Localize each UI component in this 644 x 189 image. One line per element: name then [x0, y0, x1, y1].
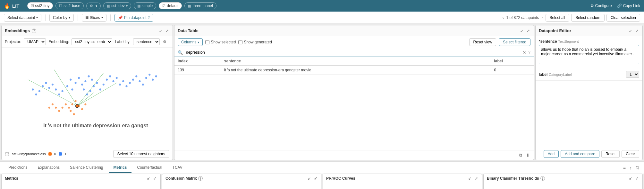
binary-classifier-panel-header: Binary Classifier Thresholds ? ↙ ⤢ [484, 174, 642, 183]
svg-point-22 [109, 75, 111, 77]
confusion-matrix-expand-icon[interactable]: ⤢ [313, 176, 318, 181]
add-compare-button[interactable]: Add and compare [561, 150, 599, 158]
table-row[interactable]: 139 it 's not the ultimate depression-er… [174, 66, 534, 75]
col-header-label[interactable]: label [491, 57, 534, 66]
svg-point-17 [93, 85, 95, 87]
svg-point-30 [135, 75, 137, 77]
nav-tab-sst2-tiny[interactable]: ☑ sst2-tiny [27, 2, 53, 9]
nav-tab-sst2-base[interactable]: ☐ sst2-base [55, 2, 84, 9]
svg-point-14 [83, 88, 85, 90]
binary-classifier-expand-icon[interactable]: ⤢ [635, 176, 639, 181]
nav-tab-sst-dev[interactable]: ▦ sst_dev ▾ [103, 2, 131, 9]
table-copy-icon[interactable]: ⧉ [518, 152, 523, 158]
embeddings-settings-icon[interactable]: ⚙ [162, 39, 167, 45]
select-neighbors-button[interactable]: Select 10 nearest neighbors [113, 150, 169, 158]
embedding-select[interactable]: sst2-tiny:cls_emb [72, 38, 112, 45]
svg-point-18 [96, 82, 98, 84]
pr-roc-minimize-icon[interactable]: ↙ [468, 176, 472, 181]
add-button[interactable]: Add [544, 150, 559, 158]
pr-roc-expand-icon[interactable]: ⤢ [474, 176, 479, 181]
toolbar-right: ‹ 1 of 872 datapoints › Select all Selec… [502, 14, 640, 22]
metrics-title: Metrics [5, 176, 18, 181]
col-header-index[interactable]: index [174, 57, 221, 66]
bottom-settings-icon[interactable]: ⇅ [635, 165, 640, 171]
col-header-sentence[interactable]: sentence [221, 57, 491, 66]
tab-counterfactual[interactable]: Counterfactual [133, 163, 167, 173]
search-input[interactable] [185, 50, 522, 55]
editor-expand-icon[interactable]: ⤢ [635, 28, 639, 34]
show-generated-checkbox[interactable] [238, 40, 242, 44]
tab-tcav[interactable]: TCAV [168, 163, 187, 173]
chevron-down-icon-4: ▾ [69, 16, 70, 19]
metrics-minimize-icon[interactable]: ↙ [146, 176, 151, 181]
select-random-button[interactable]: Select random [571, 14, 604, 22]
nav-tab-sst2-tiny-label: sst2-tiny [35, 4, 50, 8]
slices-button[interactable]: ▦ Slices ▾ [82, 14, 106, 22]
show-selected-checkbox[interactable] [205, 40, 209, 44]
tab-explanations[interactable]: Explanations [33, 163, 64, 173]
nav-tab-default[interactable]: ☑ default [159, 2, 182, 9]
data-table-minimize-icon[interactable]: ↙ [520, 28, 524, 34]
select-all-button[interactable]: Select all [546, 14, 570, 22]
configure-link[interactable]: ⚙ Configure [590, 4, 612, 8]
embeddings-legend: ⓘ sst2-tiny:probas:class 0 1 Select 10 n… [2, 148, 173, 160]
reset-button[interactable]: Reset [601, 150, 620, 158]
binary-classifier-info-icon[interactable]: ? [540, 176, 545, 181]
nav-tab-model3[interactable]: ⚙ ▾ [86, 3, 101, 9]
nav-tab-three-panel[interactable]: ▦ three_panel [184, 2, 216, 9]
search-help-icon[interactable]: ? [528, 50, 530, 55]
metrics-expand-icon[interactable]: ⤢ [153, 176, 157, 181]
svg-point-7 [75, 82, 77, 84]
datapoint-editor-panel: Datapoint Editor ↙ ⤢ *sentence TextSegme… [535, 25, 643, 160]
svg-point-52 [81, 108, 83, 110]
chevron-right-icon[interactable]: › [542, 15, 543, 20]
bottom-menu-icon[interactable]: ≡ [623, 165, 626, 171]
data-table: index sentence label 139 it 's not the u… [174, 57, 534, 75]
select-datapoint-button[interactable]: Select datapoint ▾ [4, 14, 41, 22]
color-by-button[interactable]: Color by ▾ [49, 14, 74, 22]
nav-tab-simple[interactable]: ▦ simple [134, 2, 157, 9]
svg-point-60 [48, 107, 50, 109]
select-filtered-button[interactable]: Select filtered [499, 38, 530, 46]
nav-tab-simple-label: simple [142, 4, 153, 8]
label-by-select[interactable]: sentence [133, 38, 160, 45]
reset-view-button[interactable]: Reset view [469, 38, 496, 46]
legend-info-icon[interactable]: ⓘ [5, 152, 9, 156]
search-clear-icon[interactable]: ✕ [522, 50, 526, 55]
columns-button[interactable]: Columns ▾ [178, 38, 203, 46]
editor-minimize-icon[interactable]: ↙ [628, 28, 633, 34]
bottom-sort-icon[interactable]: ↕ [629, 165, 632, 171]
table-footer: ⧉ ⬇ [174, 150, 534, 160]
data-table-panel: Data Table ↙ ⤢ Columns ▾ Show selected S… [174, 25, 534, 160]
editor-label-select[interactable]: 1 0 [626, 71, 639, 78]
binary-classifier-minimize-icon[interactable]: ↙ [628, 176, 633, 181]
data-table-expand-icon[interactable]: ⤢ [526, 28, 530, 34]
editor-sentence-textarea[interactable] [539, 45, 639, 64]
svg-point-15 [86, 94, 88, 95]
table-download-icon[interactable]: ⬇ [525, 152, 530, 158]
scatter-plot[interactable] [2, 48, 173, 148]
show-selected-label: Show selected [211, 40, 236, 44]
pin-datapoint-button[interactable]: 📌 Pin datapoint 2 [114, 14, 153, 22]
projector-select[interactable]: UMAP [24, 38, 46, 45]
toolbar-right-buttons: Select all Select random Clear selection [546, 14, 640, 22]
svg-point-19 [99, 88, 101, 90]
embeddings-expand-icon[interactable]: ⤢ [165, 28, 169, 34]
legend-dot-1 [59, 152, 62, 156]
editor-label-type: CategoryLabel [549, 73, 572, 76]
embeddings-info-icon[interactable]: ? [32, 29, 36, 33]
embeddings-minimize-icon[interactable]: ↙ [158, 28, 163, 34]
confusion-matrix-info-icon[interactable]: ? [198, 176, 203, 181]
tab-salience-clustering[interactable]: Salience Clustering [65, 163, 107, 173]
clear-selection-button[interactable]: Clear selection [606, 14, 640, 22]
tab-grid-icon: ▦ [107, 4, 110, 8]
confusion-matrix-panel-header: Confusion Matrix ? ↙ ⤢ [162, 174, 321, 183]
tab-predictions[interactable]: Predictions [4, 163, 32, 173]
confusion-matrix-minimize-icon[interactable]: ↙ [307, 176, 311, 181]
tab-metrics[interactable]: Metrics [109, 163, 131, 173]
copy-link-link[interactable]: 🔗 Copy Link [617, 4, 640, 8]
svg-point-53 [84, 103, 86, 105]
chevron-left-icon[interactable]: ‹ [502, 15, 504, 20]
clear-button[interactable]: Clear [622, 150, 639, 158]
svg-point-57 [58, 110, 60, 112]
